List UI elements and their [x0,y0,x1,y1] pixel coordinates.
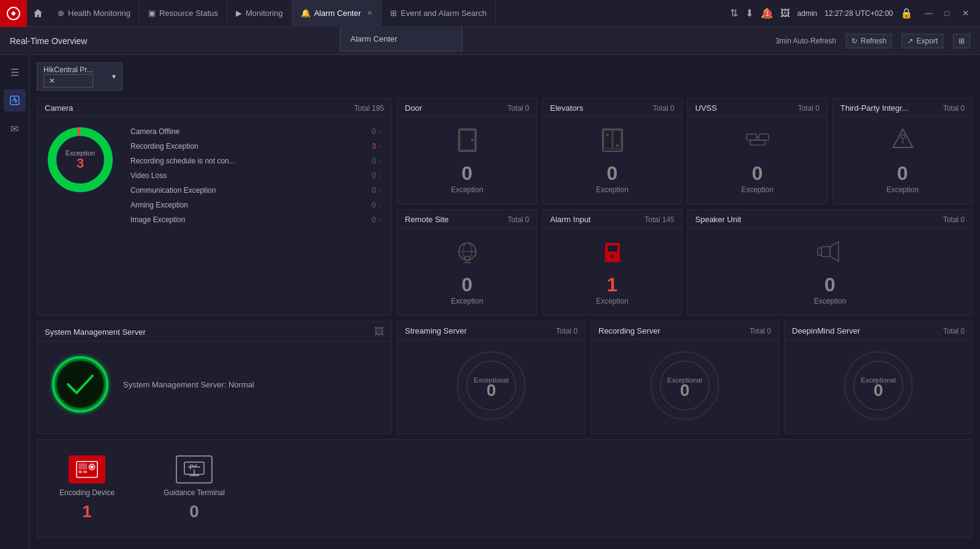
deepinmind-server-panel: DeepinMind Server Total 0 Exceptional 0 [784,321,973,434]
camera-comm-exception-row[interactable]: Communication Exception 0 › [127,184,385,196]
refresh-button[interactable]: ↻ Refresh [846,34,892,48]
camera-offline-row[interactable]: Camera Offline 0 › [127,125,385,138]
sidebar-icon-menu[interactable]: ☰ [4,61,26,83]
sidebar: ☰ ✉ [0,55,29,549]
third-party-total: Total 0 [943,104,965,113]
uvss-total: Total 0 [798,104,820,113]
alarm-input-icon [599,238,626,270]
tab-monitoring[interactable]: ▶ Monitoring [227,0,292,27]
sms-panel-title: System Management Server [45,327,146,337]
filter-dropdown[interactable]: HikCentral Pr... ✕ ▾ [37,62,123,91]
speaker-unit-exc-count: 0 [824,275,835,294]
download-icon[interactable]: ⬇ [745,7,753,19]
door-exc-count: 0 [462,163,473,183]
camera-panel-header: Camera Total 195 [37,99,391,117]
alarm-input-panel: Alarm Input Total 145 [542,209,682,316]
guidance-terminal-icon [176,455,213,484]
camera-panel-title: Camera [45,103,73,113]
minimize-button[interactable]: — [920,5,937,22]
elevators-title: Elevators [550,103,583,113]
sms-panel: System Management Server 🖼 [37,321,392,434]
speaker-unit-icon [816,238,843,270]
tab-bar: ⊕ Health Monitoring ▣ Resource Status ▶ … [49,0,730,27]
camera-arming-exception-row[interactable]: Arming Exception 0 › [127,199,385,211]
streaming-gauge: Exceptional 0 [451,346,531,427]
svg-rect-55 [83,471,87,473]
guidance-terminal-count: 0 [189,502,199,521]
svg-text:0: 0 [873,381,883,400]
encoding-device-count: 1 [82,502,92,521]
svg-rect-33 [818,248,821,255]
export-button[interactable]: ↗ Export [902,34,943,48]
more-button[interactable]: ⊞ [953,34,970,48]
recording-server-title: Recording Server [598,326,660,335]
alarm-center-dropdown-item[interactable]: Alarm Center [350,32,452,46]
tab-label: Resource Status [159,9,218,18]
elevators-exc-label: Exception [596,185,628,194]
camera-recording-exception-row[interactable]: Recording Exception 3 › [127,140,385,152]
svg-rect-54 [78,471,82,473]
transfer-icon[interactable]: ⇅ [730,7,738,19]
username: admin [797,9,818,18]
streaming-server-total: Total 0 [556,327,578,335]
svg-rect-53 [78,463,87,469]
speaker-unit-title: Speaker Unit [695,215,741,224]
tab-label: Monitoring [246,9,283,18]
home-button[interactable] [27,0,49,27]
door-panel-title: Door [405,103,422,113]
toolbar: Real-Time Overview 3min Auto-Refresh ↻ R… [0,27,980,55]
image-icon[interactable]: 🖼 [780,8,790,19]
maximize-button[interactable]: □ [938,5,956,22]
camera-panel: Camera Total 195 [37,98,392,316]
chevron-right-icon: › [380,129,382,135]
alarm-input-title: Alarm Input [550,215,590,224]
tab-resource-status[interactable]: ▣ Resource Status [140,0,227,27]
titlebar-right: ⇅ ⬇ 🔔 1 🖼 admin 12:27:28 UTC+02:00 🔒 — □… [730,5,980,22]
speaker-unit-exc-label: Exception [814,297,846,305]
camera-image-exception-row[interactable]: Image Exception 0 › [127,214,385,226]
third-party-title: Third-Party Integr... [840,103,908,113]
lock-icon[interactable]: 🔒 [900,7,913,19]
tab-health-monitoring[interactable]: ⊕ Health Monitoring [49,0,140,27]
svg-rect-9 [603,129,622,151]
camera-schedule-row[interactable]: Recording schedule is not con... 0 › [127,155,385,167]
uvss-icon [744,127,771,159]
remote-site-icon [454,238,481,270]
elevator-icon [599,127,626,159]
tab-alarm-center[interactable]: 🔔 Alarm Center ✕ [292,0,382,27]
speaker-unit-panel: Speaker Unit Total 0 0 Exception [687,209,973,316]
notification-icon[interactable]: 🔔 1 [761,7,773,19]
tab-event-alarm-search[interactable]: ⊞ Event and Alarm Search [382,0,496,27]
recording-server-panel: Recording Server Total 0 Exceptional 0 [590,321,779,434]
third-party-exc-count: 0 [897,163,908,183]
more-icon: ⊞ [959,37,965,45]
deepinmind-gauge: Exceptional 0 [839,346,918,427]
sms-status-text: System Management Server: Normal [123,380,254,389]
uvss-exc-count: 0 [752,163,763,183]
door-panel: Door Total 0 0 Exception [397,98,537,204]
chevron-right-icon: › [380,158,382,165]
notification-badge: 1 [763,10,772,18]
remote-site-panel: Remote Site Total 0 [397,209,537,316]
close-button[interactable]: ✕ [957,5,974,22]
sms-image-icon: 🖼 [374,326,384,337]
dropdown-chevron-icon: ▾ [112,72,116,81]
tab-close-icon[interactable]: ✕ [367,9,372,17]
deepinmind-server-title: DeepinMind Server [792,326,860,335]
chevron-right-icon: › [380,217,382,223]
svg-point-57 [91,466,93,468]
sidebar-icon-health[interactable] [4,89,26,111]
toolbar-right: 3min Auto-Refresh ↻ Refresh ↗ Export ⊞ [775,34,970,48]
elevators-exc-count: 0 [607,163,618,183]
filter-clear-icon[interactable]: ✕ [43,74,93,88]
camera-video-loss-row[interactable]: Video Loss 0 › [127,170,385,182]
chevron-right-icon: › [380,143,382,150]
recording-gauge: Exceptional 0 [645,346,725,427]
main-layout: ☰ ✉ HikCentral Pr... ✕ ▾ [0,55,980,549]
door-icon [454,127,481,159]
sms-panel-body: System Management Server: Normal [37,342,391,427]
refresh-icon: ↻ [851,37,858,45]
svg-rect-15 [750,140,765,145]
sms-status-ring [50,354,111,415]
sidebar-icon-messages[interactable]: ✉ [4,118,26,140]
